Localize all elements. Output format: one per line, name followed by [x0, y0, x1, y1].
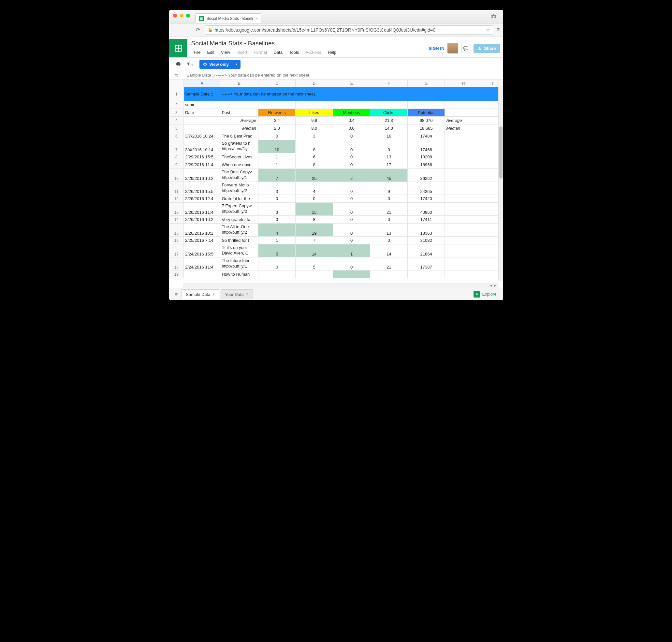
cell[interactable] — [445, 109, 482, 117]
cell[interactable]: "If it's on your - David Allen, G — [220, 244, 258, 257]
cell[interactable]: Average — [445, 117, 482, 125]
cell[interactable]: 2/24/2016 15:5 — [184, 244, 220, 257]
row-header[interactable]: 19 — [169, 270, 184, 278]
row-header[interactable]: 9 — [169, 161, 184, 169]
cell[interactable]: 2/24/2016 11:4 — [184, 257, 220, 270]
cell[interactable]: 14 — [370, 244, 408, 257]
col-D[interactable]: D — [296, 79, 333, 87]
cell[interactable]: 3/4/2016 10:14 — [184, 140, 220, 153]
cell[interactable]: Median — [445, 125, 482, 132]
cell[interactable] — [445, 140, 482, 153]
view-only-button[interactable]: View only — [199, 60, 241, 69]
cell[interactable]: 0 — [333, 182, 370, 195]
cell[interactable]: 15 — [296, 203, 333, 216]
cell[interactable]: 2/26/2016 11:4 — [184, 203, 220, 216]
cell[interactable]: sep= — [184, 101, 220, 109]
cell[interactable]: 16 — [370, 132, 408, 140]
row-header[interactable]: 15 — [169, 223, 184, 236]
cell[interactable]: 0 — [258, 257, 295, 270]
cell[interactable]: 45 — [370, 169, 408, 182]
col-H[interactable]: H — [445, 79, 482, 87]
cell[interactable]: The 6 Best Prac — [220, 132, 258, 140]
row-header[interactable]: 11 — [169, 182, 184, 195]
row-header[interactable]: 16 — [169, 236, 184, 244]
menu-edit[interactable]: Edit — [204, 49, 217, 56]
cell[interactable] — [258, 101, 295, 109]
cell[interactable]: 0 — [333, 132, 370, 140]
cell[interactable]: 21 — [370, 203, 408, 216]
cell[interactable]: When one upvo — [220, 161, 258, 169]
back-icon[interactable]: ← — [172, 27, 180, 33]
fx-icon[interactable]: fx — [169, 71, 184, 79]
col-I[interactable]: I — [482, 79, 503, 87]
cell[interactable]: 4 — [296, 182, 333, 195]
cell[interactable]: 0 — [333, 257, 370, 270]
horizontal-scrollbar[interactable]: ◀▶ — [183, 283, 498, 288]
row-header[interactable]: 12 — [169, 195, 184, 203]
cell[interactable]: 17466 — [408, 140, 444, 153]
cell[interactable] — [408, 270, 444, 278]
col-C[interactable]: C — [258, 79, 295, 87]
fx-value[interactable]: Sample Data :) ------> Your data can be … — [184, 73, 503, 78]
cell[interactable]: 3 — [258, 203, 295, 216]
cell[interactable]: 31082 — [408, 236, 444, 244]
reload-icon[interactable]: ⟳ — [195, 27, 202, 33]
cell[interactable]: TheSecret Lives — [220, 153, 258, 161]
explore-button[interactable]: ✦ Explore — [470, 290, 500, 299]
cell[interactable] — [445, 101, 482, 109]
row-header[interactable]: 1 — [169, 87, 184, 101]
column-headers[interactable]: A B C D E F G H I — [169, 79, 503, 87]
cell[interactable]: 2/26/2016 10:2 — [184, 223, 220, 236]
cell[interactable] — [408, 101, 444, 109]
row-header[interactable]: 3 — [169, 109, 184, 117]
cell[interactable]: 2.0 — [258, 125, 295, 132]
cell[interactable]: 0 — [333, 223, 370, 236]
cell[interactable]: 0.4 — [333, 117, 370, 125]
cell[interactable] — [445, 216, 482, 223]
close-window-icon[interactable] — [173, 14, 177, 17]
menu-file[interactable]: File — [191, 49, 203, 56]
cell[interactable]: The Best Copyv http://buff.ly/1 — [220, 169, 258, 182]
cell[interactable] — [370, 270, 408, 278]
cell[interactable]: 3 — [258, 182, 295, 195]
sheet-tab-sample-data[interactable]: Sample Data ▼ — [182, 290, 219, 299]
cell[interactable]: 0 — [333, 236, 370, 244]
row-header[interactable]: 4 — [169, 117, 184, 125]
cell[interactable]: 3/7/2016 10:24 — [184, 132, 220, 140]
row-header[interactable]: 7 — [169, 140, 184, 153]
cell[interactable] — [445, 132, 482, 140]
maximize-window-icon[interactable] — [186, 14, 190, 17]
col-E[interactable]: E — [333, 79, 370, 87]
cell[interactable] — [184, 270, 220, 278]
cell[interactable]: 14.0 — [370, 125, 408, 132]
scroll-left-icon[interactable]: ◀ — [490, 284, 492, 287]
scroll-right-icon[interactable]: ▶ — [494, 284, 496, 287]
cell[interactable] — [445, 270, 482, 278]
url-input[interactable]: 🔒 https://docs.google.com/spreadsheets/d… — [205, 25, 493, 35]
cell[interactable] — [184, 117, 220, 125]
cell[interactable]: Grateful for the — [220, 195, 258, 203]
cell[interactable]: 0 — [258, 132, 295, 140]
cell[interactable]: 18966 — [408, 161, 444, 169]
menu-view[interactable]: View — [218, 49, 233, 56]
cell[interactable]: 8 — [296, 140, 333, 153]
cell[interactable]: 0 — [333, 161, 370, 169]
cell[interactable]: 2/29/2016 11:4 — [184, 161, 220, 169]
cell[interactable]: 2/26/2016 12:4 — [184, 195, 220, 203]
cell[interactable]: 17 — [370, 161, 408, 169]
cell[interactable]: 0.0 — [333, 125, 370, 132]
minimize-window-icon[interactable] — [180, 14, 183, 17]
cell[interactable]: So grateful to h https://t.co/Jiy — [220, 140, 258, 153]
cell[interactable]: 13 — [370, 153, 408, 161]
cell[interactable]: 68,070 — [408, 117, 444, 125]
cell[interactable] — [445, 257, 482, 270]
cell[interactable]: 7 — [258, 169, 295, 182]
comments-icon[interactable]: 💬 — [461, 44, 470, 52]
cell[interactable]: 10 — [258, 140, 295, 153]
col-F[interactable]: F — [370, 79, 408, 87]
cell[interactable]: 7 Expert Copyw http://buff.ly/2 — [220, 203, 258, 216]
cell[interactable] — [184, 125, 220, 132]
row-header[interactable]: 6 — [169, 132, 184, 140]
cell[interactable] — [220, 101, 258, 109]
cell[interactable]: 8 — [296, 161, 333, 169]
